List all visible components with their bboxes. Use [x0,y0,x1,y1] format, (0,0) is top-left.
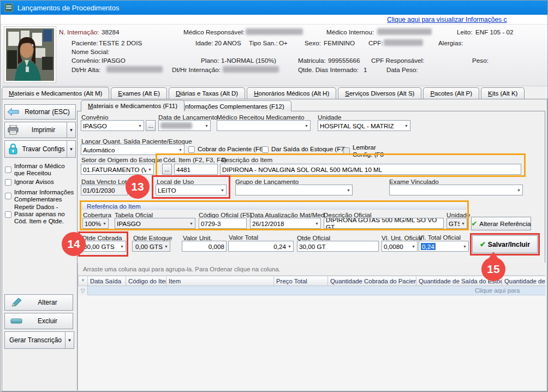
excluir-label: Excluir [22,317,73,325]
informar-complementares-checkbox[interactable] [5,193,11,199]
data-vencto-input[interactable]: 01/01/2030 [81,185,128,195]
dar-saida-checkbox[interactable] [262,146,269,153]
medico-responsavel-redacted [246,28,303,35]
app-icon [4,3,13,12]
n-internacao-value: 38284 [102,28,120,35]
dthr-alta-label: Dt/Hr Alta: [72,66,100,73]
idade-value: 20 ANOS [215,39,241,46]
grid-col-qtd-cobrada[interactable]: Quantidade Cobrada do Paciente [328,276,416,286]
lock-icon [7,144,19,155]
alterar-button[interactable]: Alterar [4,294,73,311]
ignorar-avisos-checkbox[interactable] [5,179,11,186]
grid-filter-row[interactable]: ▽ Clique aqui para [78,286,545,295]
info-link[interactable]: Clique aqui para visualizar Informações … [387,16,507,23]
valor-total-select[interactable]: 0,24▼ [228,241,294,252]
check-icon: ✔ [471,219,477,228]
cpf-responsavel-label: CPF Responsável: [371,57,424,64]
tab-diarias-taxas[interactable]: Diárias e Taxas (Alt D) [169,87,245,99]
repetir-dados-option: Repetir Dados - Passar apenas no Cód. It… [5,204,77,225]
medico-receitou-select[interactable]: ▼ [217,120,311,131]
imprimir-button[interactable]: Imprimir ▼ [4,122,76,138]
travar-configs-button[interactable]: Travar Configs ▼ [4,140,76,158]
eraser-icon [10,318,22,324]
medico-internou-redacted [377,28,432,35]
data-lancamento-select[interactable]: ▼ [158,120,211,131]
vl-unt-oficial-select[interactable]: 0,0080▼ [382,241,418,252]
cpf-redacted [384,39,423,46]
leito-label: Leito: [457,28,473,35]
idade-label: Idade: [195,39,213,46]
tab-kits[interactable]: Kits (Alt K) [481,87,525,99]
tab-materiais-medicamentos[interactable]: Materiais e Medicamentos (Alt M) [2,87,109,99]
subtab-complementares-f12[interactable]: Informações Complementares (F12) [176,100,291,111]
qtde-estoque-select[interactable]: 0,00 GTS▼ [132,241,170,252]
plano-label: Plano: [201,57,219,64]
main-tab-strip: Materiais e Medicamentos (Alt M) Exames … [2,87,547,99]
exame-vinculado-select[interactable]: ▼ [389,185,523,195]
setor-origem-select[interactable]: 01.FATURAMENTO (VIR▼ [81,164,154,175]
grid-col-codigo-item[interactable]: Código do Item [126,276,166,286]
salvar-incluir-button[interactable]: ✔ Salvar/Incluir [472,235,538,253]
chevron-down-icon: ▼ [205,124,209,128]
tab-exames[interactable]: Exames (Alt E) [111,87,167,99]
imprimir-dropdown-arrow[interactable]: ▼ [67,122,75,138]
informar-complementares-label: Informar Informações Complementares [14,189,76,203]
cpf-label: CPF: [368,39,383,46]
dar-saida-option: Dar Saída do Estoque (F7) [262,146,346,153]
gerar-transcricao-button[interactable]: Gerar Transcrição ▼ [4,331,74,349]
medico-responsavel-label: Médico Responsável: [183,28,245,35]
peso-label: Peso: [472,57,489,64]
valor-unit-input[interactable]: 0,008 [182,241,227,252]
grid-group-panel[interactable]: Arraste uma coluna aqui para agrupa-la. … [78,263,545,276]
convenio-select[interactable]: IPASGO▼ [81,120,144,131]
convenio-header-value: IPASGO [102,57,126,64]
travar-configs-dropdown-arrow[interactable]: ▼ [67,141,75,157]
convenio-browse-button[interactable]: ... [146,120,156,131]
setor-origem-label: Setor de Origem do Estoque [81,156,162,163]
cobrar-paciente-checkbox[interactable] [188,146,195,153]
informar-medico-checkbox[interactable] [5,167,11,173]
retornar-button[interactable]: Retornar (ESC) [4,104,76,120]
chevron-down-icon: ▼ [517,188,521,192]
leito-value: ENF 105 - 02 [475,28,514,35]
pencil-icon [10,298,22,307]
title-bar[interactable]: Lançamentos de Procedimentos [1,1,548,15]
chevron-down-icon: ▼ [178,148,182,152]
tab-pacotes[interactable]: Pacotes (Alt P) [423,87,479,99]
grid-col-item[interactable]: Item [166,276,274,286]
referencia-highlight-box [80,200,469,230]
tab-servicos-diversos[interactable]: Serviços Diversos (Alt S) [338,87,421,99]
app-window: Lançamentos de Procedimentos Clique aqui… [0,0,548,392]
grid-indicator-icon: * [78,276,88,286]
dar-saida-label: Dar Saída do Estoque (F7) [271,146,346,153]
grid-col-qtd-extra[interactable]: Quantidade de Sa [502,276,545,286]
medico-internou-label: Médico Internou: [326,28,374,35]
window-title: Lançamentos de Procedimentos [17,4,119,12]
chevron-down-icon: ▼ [138,124,142,128]
patient-photo-image [6,28,54,81]
ignorar-avisos-option: Ignorar Avisos [5,179,76,186]
subtab-materiais-f11[interactable]: Materiais e Medicamentos (F11) [81,100,184,111]
qtde-oficial-input[interactable]: 30,00 GT [297,241,379,252]
check-icon: ✔ [480,240,486,248]
unidade-select[interactable]: HOSPITAL SQL - MATRIZ▼ [318,120,410,131]
alterar-referencia-button[interactable]: ✔ Alterar Referência [471,217,531,230]
salvar-incluir-label: Salvar/Incluir [488,241,530,248]
matricula-label: Matricula: [298,57,326,64]
vl-total-oficial-select[interactable]: 0,24 ▼ [419,241,469,252]
grid-col-preco-total[interactable]: Preço Total [274,276,328,286]
gerar-transcricao-dropdown-arrow[interactable]: ▼ [65,332,74,348]
tipo-san-label: Tipo San.: [249,39,278,46]
patient-photo [4,26,56,83]
grupo-lancamento-select[interactable]: ▼ [235,185,353,195]
tab-honorarios-medicos[interactable]: Honorários Médicos (Alt H) [247,87,336,99]
retornar-label: Retornar (ESC) [19,108,75,116]
grid-col-data-saida[interactable]: Data Saída [88,276,126,286]
excluir-button[interactable]: Excluir [4,313,73,329]
cobrar-paciente-option: Cobrar do Paciente (F6) [188,146,265,153]
chevron-down-icon: ▼ [164,245,168,248]
repetir-dados-checkbox[interactable] [5,211,11,218]
chevron-down-icon: ▼ [463,245,467,248]
matricula-value: 999555666 [328,57,360,64]
alergias-label: Alergias: [438,39,463,46]
